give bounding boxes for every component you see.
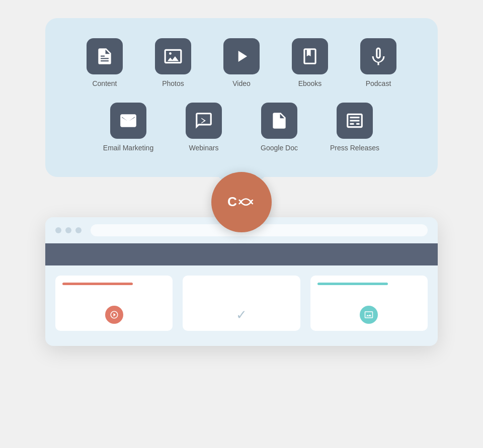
podcast-item: Podcast bbox=[344, 38, 413, 87]
browser-card-check: ✓ bbox=[183, 276, 300, 331]
video-item: Video bbox=[207, 38, 276, 87]
press-releases-item: Press Releases bbox=[317, 103, 392, 152]
email-marketing-label: Email Marketing bbox=[103, 144, 153, 152]
content-label: Content bbox=[92, 79, 117, 87]
photos-icon bbox=[155, 38, 191, 74]
email-marketing-item: Email Marketing bbox=[91, 103, 166, 152]
browser-content: ✓ bbox=[45, 276, 438, 331]
podcast-label: Podcast bbox=[366, 79, 391, 87]
photos-label: Photos bbox=[162, 79, 184, 87]
press-releases-label: Press Releases bbox=[330, 144, 379, 152]
svg-text:C: C bbox=[227, 194, 237, 209]
ebooks-icon bbox=[292, 38, 328, 74]
google-doc-icon: g bbox=[261, 103, 297, 139]
browser-nav-bar bbox=[45, 243, 438, 265]
photos-item: Photos bbox=[139, 38, 207, 87]
browser-card-photo bbox=[310, 276, 428, 331]
svg-text:g: g bbox=[278, 119, 281, 126]
card-check-icon: ✓ bbox=[236, 307, 247, 323]
icon-row-1: Content Photos Video Ebooks bbox=[70, 38, 413, 87]
browser-dot-2 bbox=[65, 227, 71, 233]
browser-dot-1 bbox=[55, 227, 61, 233]
browser-dot-3 bbox=[75, 227, 82, 233]
webinars-icon bbox=[186, 103, 222, 139]
ebooks-item: Ebooks bbox=[276, 38, 344, 87]
main-scene: Content Photos Video Ebooks bbox=[25, 18, 458, 430]
browser-mockup: ✓ bbox=[45, 217, 438, 346]
brand-logo-icon: C bbox=[224, 192, 259, 212]
video-icon bbox=[223, 38, 260, 74]
svg-point-0 bbox=[169, 52, 172, 55]
google-doc-item: g Google Doc bbox=[242, 103, 317, 152]
icon-row-2: Email Marketing Webinars g Google Doc Pr… bbox=[70, 103, 413, 152]
content-item: Content bbox=[70, 38, 139, 87]
email-marketing-icon bbox=[110, 103, 146, 139]
ebooks-label: Ebooks bbox=[298, 79, 322, 87]
webinars-label: Webinars bbox=[189, 144, 219, 152]
brand-logo: C bbox=[211, 172, 272, 232]
card-photo-icon bbox=[360, 306, 378, 324]
webinars-item: Webinars bbox=[166, 103, 242, 152]
browser-card-video bbox=[55, 276, 173, 331]
card-bar-red bbox=[62, 283, 133, 285]
content-types-card: Content Photos Video Ebooks bbox=[45, 18, 438, 177]
video-label: Video bbox=[232, 79, 251, 87]
card-video-icon bbox=[105, 306, 123, 324]
press-releases-icon bbox=[337, 103, 373, 139]
card-bar-teal bbox=[317, 283, 388, 285]
content-icon bbox=[87, 38, 123, 74]
google-doc-label: Google Doc bbox=[261, 144, 298, 152]
podcast-icon bbox=[360, 38, 396, 74]
